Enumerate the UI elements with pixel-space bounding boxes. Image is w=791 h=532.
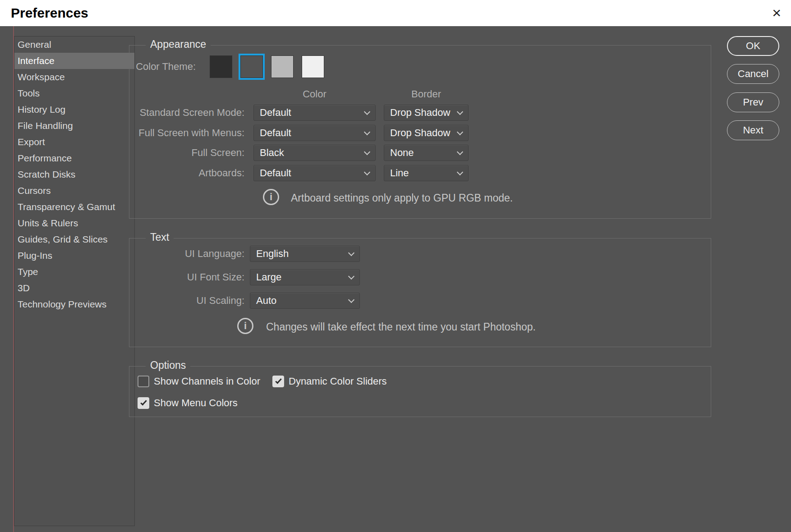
selected-value: Line xyxy=(390,167,454,179)
close-icon[interactable]: × xyxy=(772,0,781,25)
ui-language-select[interactable]: English xyxy=(250,246,360,262)
row-full-screen: Full Screen: Black None xyxy=(129,145,711,161)
checkmark-icon xyxy=(275,377,282,384)
sidebar-item-cursors[interactable]: Cursors xyxy=(14,183,134,199)
sidebar-item-transparency-gamut[interactable]: Transparency & Gamut xyxy=(14,199,134,215)
row-label: Artboards: xyxy=(129,165,244,181)
column-header-border: Border xyxy=(384,88,469,100)
prev-button[interactable]: Prev xyxy=(727,92,779,112)
cancel-button[interactable]: Cancel xyxy=(727,64,779,84)
sidebar: General Interface Workspace Tools Histor… xyxy=(14,36,135,526)
next-button[interactable]: Next xyxy=(727,120,779,140)
chevron-down-icon xyxy=(457,128,463,135)
standard-screen-mode-border-select[interactable]: Drop Shadow xyxy=(384,105,469,121)
row-label: Standard Screen Mode: xyxy=(129,105,244,121)
titlebar: Preferences × xyxy=(0,0,791,26)
options-section: Options Show Channels in Color Dynamic C… xyxy=(129,366,711,417)
text-legend: Text xyxy=(146,231,174,243)
row-ui-font-size: UI Font Size: Large xyxy=(129,269,711,285)
selected-value: Auto xyxy=(256,295,345,307)
sidebar-item-workspace[interactable]: Workspace xyxy=(14,69,134,85)
chevron-down-icon xyxy=(457,108,463,115)
chevron-down-icon xyxy=(364,108,370,115)
selected-value: Black xyxy=(260,147,361,159)
sidebar-item-3d[interactable]: 3D xyxy=(14,280,134,296)
sidebar-item-scratch-disks[interactable]: Scratch Disks xyxy=(14,166,134,183)
show-channels-in-color-checkbox[interactable] xyxy=(138,376,149,387)
ui-font-size-select[interactable]: Large xyxy=(250,269,360,285)
sidebar-item-guides-grid-slices[interactable]: Guides, Grid & Slices xyxy=(14,231,134,248)
full-screen-with-menus-color-select[interactable]: Default xyxy=(253,125,376,141)
row-artboards: Artboards: Default Line xyxy=(129,165,711,181)
sidebar-item-interface[interactable]: Interface xyxy=(14,53,134,69)
chevron-down-icon xyxy=(348,273,354,279)
full-screen-with-menus-border-select[interactable]: Drop Shadow xyxy=(384,125,469,141)
sidebar-item-units-rulers[interactable]: Units & Rulers xyxy=(14,215,134,231)
ok-button[interactable]: OK xyxy=(727,36,779,56)
full-screen-color-select[interactable]: Black xyxy=(253,145,376,161)
selected-value: Default xyxy=(260,127,361,139)
chevron-down-icon xyxy=(364,148,370,155)
selected-value: Default xyxy=(260,107,361,119)
row-full-screen-with-menus: Full Screen with Menus: Default Drop Sha… xyxy=(129,125,711,141)
row-ui-scaling: UI Scaling: Auto xyxy=(129,293,711,309)
selected-value: Large xyxy=(256,271,345,283)
chevron-down-icon xyxy=(348,249,354,256)
artboard-info-note: Artboard settings only apply to GPU RGB … xyxy=(291,189,513,207)
color-theme-swatch-lightest[interactable] xyxy=(302,55,324,78)
show-menu-colors-checkbox[interactable] xyxy=(138,397,149,409)
dynamic-color-sliders-label[interactable]: Dynamic Color Sliders xyxy=(289,376,387,387)
dynamic-color-sliders-checkbox[interactable] xyxy=(272,376,284,387)
selected-value: Drop Shadow xyxy=(390,107,454,119)
sidebar-item-general[interactable]: General xyxy=(14,37,134,53)
text-section: Text UI Language: English UI Font Size: … xyxy=(129,238,711,347)
row-label: Full Screen: xyxy=(129,145,244,161)
sidebar-item-plug-ins[interactable]: Plug-Ins xyxy=(14,248,134,264)
show-channels-in-color-label[interactable]: Show Channels in Color xyxy=(154,376,260,387)
sidebar-item-file-handling[interactable]: File Handling xyxy=(14,118,134,134)
preferences-dialog: Preferences × General Interface Workspac… xyxy=(0,0,791,532)
row-label: UI Font Size: xyxy=(129,269,244,285)
appearance-section: Appearance Color Theme: Color Border Sta… xyxy=(129,45,711,219)
show-menu-colors-label[interactable]: Show Menu Colors xyxy=(154,397,238,409)
artboards-border-select[interactable]: Line xyxy=(384,165,469,181)
chevron-down-icon xyxy=(364,128,370,135)
sidebar-item-export[interactable]: Export xyxy=(14,134,134,150)
chevron-down-icon xyxy=(457,169,463,175)
column-header-color: Color xyxy=(253,88,376,100)
sidebar-item-performance[interactable]: Performance xyxy=(14,150,134,166)
info-icon: i xyxy=(237,318,253,334)
artboards-color-select[interactable]: Default xyxy=(253,165,376,181)
info-icon: i xyxy=(263,189,279,205)
color-theme-label: Color Theme: xyxy=(129,60,196,73)
selected-value: Default xyxy=(260,167,361,179)
options-legend: Options xyxy=(146,359,190,371)
selected-value: Drop Shadow xyxy=(390,127,454,139)
appearance-legend: Appearance xyxy=(146,38,211,50)
sidebar-item-tools[interactable]: Tools xyxy=(14,85,134,101)
standard-screen-mode-color-select[interactable]: Default xyxy=(253,105,376,121)
row-standard-screen-mode: Standard Screen Mode: Default Drop Shado… xyxy=(129,105,711,121)
checkmark-icon xyxy=(140,399,147,405)
selected-value: None xyxy=(390,147,454,159)
sidebar-item-type[interactable]: Type xyxy=(14,264,134,280)
row-label: UI Scaling: xyxy=(129,293,244,309)
chevron-down-icon xyxy=(348,296,354,303)
selected-value: English xyxy=(256,248,345,260)
color-theme-swatch-darkest[interactable] xyxy=(210,55,232,78)
restart-info-note: Changes will take effect the next time y… xyxy=(266,318,536,336)
color-theme-swatch-dark[interactable] xyxy=(240,55,263,78)
chevron-down-icon xyxy=(457,148,463,155)
row-label: Full Screen with Menus: xyxy=(129,125,244,141)
color-theme-swatches xyxy=(210,55,324,78)
row-ui-language: UI Language: English xyxy=(129,246,711,262)
row-label: UI Language: xyxy=(129,246,244,262)
dialog-title: Preferences xyxy=(11,0,88,26)
sidebar-item-history-log[interactable]: History Log xyxy=(14,101,134,118)
chevron-down-icon xyxy=(364,169,370,175)
ui-scaling-select[interactable]: Auto xyxy=(250,293,360,309)
color-theme-swatch-light[interactable] xyxy=(271,55,294,78)
sidebar-item-technology-previews[interactable]: Technology Previews xyxy=(14,296,134,312)
full-screen-border-select[interactable]: None xyxy=(384,145,469,161)
